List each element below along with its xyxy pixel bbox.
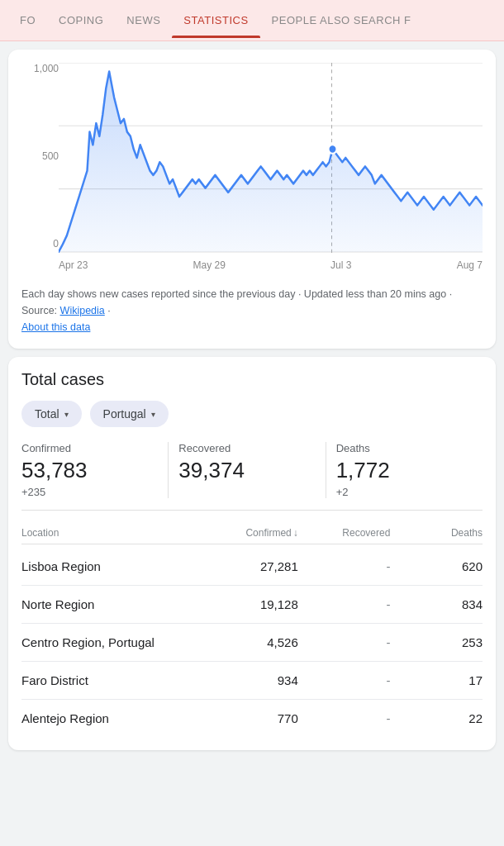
recovered-stat: Recovered 39,374: [178, 442, 326, 498]
y-label-1000: 1,000: [21, 63, 59, 74]
deaths-delta: +2: [336, 486, 473, 498]
chart-x-axis: Apr 23 May 29 Jul 3 Aug 7: [59, 253, 483, 278]
confirmed-delta: +235: [21, 486, 158, 498]
deaths-cell: 834: [390, 597, 483, 611]
x-label-may29: May 29: [193, 259, 226, 271]
deaths-cell: 253: [390, 635, 483, 649]
location-cell: Centro Region, Portugal: [21, 635, 206, 649]
chart-info: Each day shows new cases reported since …: [21, 286, 483, 335]
x-label-aug7: Aug 7: [457, 259, 483, 271]
confirmed-cell: 19,128: [206, 597, 298, 611]
x-label-apr23: Apr 23: [59, 259, 88, 271]
confirmed-label: Confirmed: [21, 442, 158, 454]
col-header-location: Location: [21, 527, 206, 539]
recovered-cell: -: [298, 673, 391, 687]
filter-total-label: Total: [35, 407, 59, 421]
confirmed-cell: 4,526: [206, 635, 298, 649]
recovered-cell: -: [298, 597, 391, 611]
total-cases-title: Total cases: [21, 370, 483, 389]
confirmed-value: 53,783: [21, 458, 158, 483]
filter-row: Total ▾ Portugal ▾: [21, 401, 483, 427]
top-navigation: FO COPING NEWS STATISTICS PEOPLE ALSO SE…: [0, 0, 504, 41]
recovered-cell: -: [298, 635, 391, 649]
y-label-500: 500: [21, 150, 59, 162]
nav-item-statistics[interactable]: STATISTICS: [172, 2, 259, 38]
table-row: Centro Region, Portugal4,526-253: [21, 624, 483, 662]
nav-item-coping[interactable]: COPING: [47, 2, 115, 38]
filter-portugal-button[interactable]: Portugal ▾: [90, 401, 169, 427]
table-row: Lisboa Region27,281-620: [21, 548, 483, 586]
table-row: Norte Region19,128-834: [21, 586, 483, 624]
filter-total-button[interactable]: Total ▾: [21, 401, 82, 427]
about-data-link[interactable]: About this data: [21, 321, 90, 333]
chevron-down-icon-2: ▾: [151, 410, 155, 419]
deaths-cell: 17: [390, 673, 483, 687]
location-cell: Lisboa Region: [21, 559, 206, 573]
table-row: Alentejo Region770-22: [21, 700, 483, 737]
table-header: Location Confirmed↓ Recovered Deaths: [21, 522, 483, 544]
deaths-stat: Deaths 1,772 +2: [336, 442, 483, 498]
filter-portugal-label: Portugal: [103, 407, 146, 421]
deaths-value: 1,772: [336, 458, 473, 483]
data-table: Location Confirmed↓ Recovered Deaths Lis…: [21, 522, 483, 737]
nav-item-info[interactable]: FO: [8, 2, 47, 38]
recovered-cell: -: [298, 559, 391, 573]
col-header-deaths: Deaths: [390, 527, 483, 539]
table-row: Faro District934-17: [21, 662, 483, 700]
confirmed-stat: Confirmed 53,783 +235: [21, 442, 169, 498]
chart-container: 1,000 500 0: [21, 63, 483, 278]
y-label-0: 0: [21, 238, 59, 250]
nav-item-people[interactable]: PEOPLE ALSO SEARCH F: [260, 2, 423, 38]
col-header-recovered: Recovered: [298, 527, 391, 539]
x-label-jul3: Jul 3: [330, 259, 351, 271]
col-header-confirmed[interactable]: Confirmed↓: [206, 527, 298, 539]
location-cell: Alentejo Region: [21, 711, 206, 725]
deaths-cell: 620: [390, 559, 483, 573]
svg-point-5: [329, 145, 337, 153]
location-cell: Faro District: [21, 673, 206, 687]
stats-row: Confirmed 53,783 +235 Recovered 39,374 D…: [21, 442, 483, 511]
col-header-confirmed-label: Confirmed: [245, 527, 291, 539]
line-chart-svg: [59, 63, 483, 253]
total-cases-card: Total cases Total ▾ Portugal ▾ Confirmed…: [8, 357, 496, 750]
confirmed-cell: 934: [206, 673, 298, 687]
confirmed-cell: 27,281: [206, 559, 298, 573]
recovered-value: 39,374: [178, 458, 315, 483]
nav-item-news[interactable]: NEWS: [115, 2, 172, 38]
recovered-label: Recovered: [178, 442, 315, 454]
chart-card: 1,000 500 0: [8, 50, 496, 349]
table-rows-container: Lisboa Region27,281-620Norte Region19,12…: [21, 548, 483, 737]
deaths-cell: 22: [390, 711, 483, 725]
location-cell: Norte Region: [21, 597, 206, 611]
wikipedia-link[interactable]: Wikipedia: [60, 305, 105, 316]
recovered-cell: -: [298, 711, 391, 725]
confirmed-cell: 770: [206, 711, 298, 725]
chevron-down-icon: ▾: [64, 410, 69, 419]
deaths-label: Deaths: [336, 442, 473, 454]
chart-y-axis: 1,000 500 0: [21, 63, 59, 253]
chart-svg-area: [59, 63, 483, 253]
